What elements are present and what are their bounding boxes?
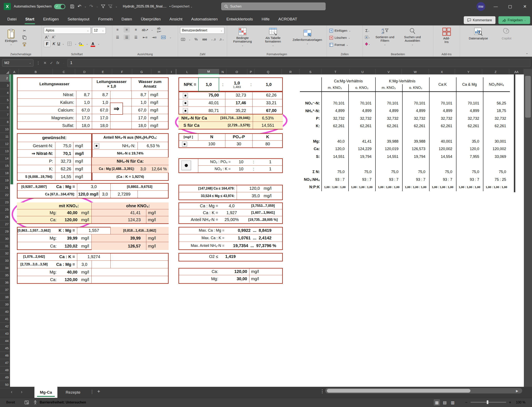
cell[interactable]: 10: [233, 158, 250, 165]
comments-button[interactable]: Kommentare: [464, 16, 495, 24]
cell[interactable]: K: [252, 133, 283, 141]
value-cell[interactable]: 75,0: [322, 168, 348, 176]
page-layout-view-icon[interactable]: ▤: [442, 399, 448, 406]
value-cell[interactable]: 70,101: [402, 100, 429, 107]
row-header-33[interactable]: 33: [0, 257, 10, 264]
cell[interactable]: Gesamt-N:: [17, 142, 55, 150]
value-cell[interactable]: 75,0: [456, 168, 483, 176]
value-cell[interactable]: 93 : 7: [429, 176, 456, 183]
cell[interactable]: mg/l: [149, 99, 169, 106]
row-header-8[interactable]: 8: [0, 118, 10, 125]
chevron-down-icon[interactable]: ⌄: [84, 5, 86, 8]
cell[interactable]: mg/l: [80, 242, 92, 250]
value-cell[interactable]: 32,732: [375, 115, 402, 122]
orientation-icon[interactable]: ab↗: [142, 27, 148, 32]
accessibility-icon[interactable]: [33, 398, 37, 407]
cell[interactable]: 75,0: [55, 142, 73, 150]
prev-sheet-icon[interactable]: ‹: [11, 389, 12, 395]
close-button[interactable]: ✕: [519, 0, 531, 13]
cell[interactable]: PO₄-P: [226, 133, 252, 141]
value-cell[interactable]: 1,00 : 1,00 : 1,00: [483, 183, 510, 191]
cell[interactable]: Ca : Mg =: [178, 203, 220, 209]
row-header-19[interactable]: 19: [0, 177, 10, 184]
font-name-select[interactable]: Aptos⌄: [44, 27, 91, 34]
cell[interactable]: NH₄-N für Ca:: [92, 157, 169, 165]
customize-qat-icon[interactable]: ⌄: [115, 5, 117, 8]
cell[interactable]: mg/l: [250, 268, 283, 275]
format-as-table-button[interactable]: Als Tabelle formatieren⌄: [260, 27, 286, 47]
zoom-out-button[interactable]: −: [465, 398, 468, 407]
delete-cells-button[interactable]: Löschen⌄: [327, 34, 363, 41]
excel-logo-icon[interactable]: X: [4, 3, 11, 10]
cell[interactable]: [178, 107, 198, 114]
cell[interactable]: mg/l: [262, 185, 283, 192]
cell[interactable]: Mg:: [17, 234, 59, 242]
row-header-25[interactable]: 25: [0, 206, 10, 213]
value-cell[interactable]: 1,00 : 1,00 : 1,00: [429, 183, 456, 191]
value-cell[interactable]: 1,00 : 1,00 : 1,00: [402, 183, 429, 191]
cell[interactable]: mg/l: [80, 268, 92, 276]
radio-button[interactable]: [183, 93, 188, 98]
cell[interactable]: 17,46: [226, 99, 252, 107]
value-cell[interactable]: 70,101: [429, 100, 456, 107]
row-header-46[interactable]: 46: [0, 352, 10, 359]
column-header-T[interactable]: T: [322, 69, 350, 74]
value-cell[interactable]: 1,00 : 1,00 : 1,00: [322, 183, 348, 191]
column-header-Q[interactable]: Q: [255, 69, 282, 74]
value-cell[interactable]: 1,00 : 1,00 : 1,00: [456, 183, 483, 191]
zoom-slider[interactable]: [471, 402, 506, 402]
cell[interactable]: Leitungswasser × 1,0: [92, 77, 131, 91]
horizontal-scrollbar-thumb[interactable]: [327, 389, 470, 393]
row-header-23[interactable]: 23: [0, 198, 10, 206]
cell[interactable]: ohne KNO₃:: [92, 203, 169, 209]
row-header-29[interactable]: 29: [0, 228, 10, 235]
value-cell[interactable]: 39,988: [402, 138, 429, 145]
accounting-format-icon[interactable]: [180, 37, 186, 42]
value-cell[interactable]: 120,002: [483, 145, 510, 153]
value-cell[interactable]: 14,551: [375, 153, 402, 160]
cell[interactable]: 1,0: [255, 77, 283, 92]
borders-icon[interactable]: [66, 41, 73, 47]
decrease-font-icon[interactable]: Aˇ: [50, 35, 57, 40]
value-cell[interactable]: 40,0: [322, 138, 348, 145]
column-header-W[interactable]: W: [402, 69, 429, 74]
align-center-icon[interactable]: ☰: [124, 35, 130, 40]
row-header-13[interactable]: 13: [0, 147, 10, 155]
insert-cells-button[interactable]: Einfügen⌄: [327, 27, 363, 34]
cell[interactable]: 1,0: [92, 99, 110, 106]
sort-filter-button[interactable]: AZ Sortieren und Filtern⌄: [371, 27, 398, 47]
column-header-Y[interactable]: Y: [455, 69, 482, 74]
maximize-button[interactable]: ▢: [504, 0, 516, 13]
zoom-level[interactable]: 100 %: [516, 398, 525, 407]
value-cell[interactable]: 75,0: [402, 168, 429, 176]
value-cell[interactable]: 70,101: [456, 100, 483, 107]
value-cell[interactable]: 14,554: [429, 153, 456, 160]
value-cell[interactable]: 32,732: [483, 115, 510, 122]
value-cell[interactable]: 70,101: [348, 100, 375, 107]
autosum-icon[interactable]: Σ ⌄: [364, 28, 371, 33]
value-cell[interactable]: 62,261: [429, 122, 456, 130]
cell[interactable]: mg/l: [250, 275, 283, 282]
cell[interactable]: 30: [226, 141, 252, 147]
column-header-S[interactable]: S: [299, 69, 322, 74]
value-cell[interactable]: 120,019: [375, 145, 402, 153]
cell[interactable]: Magnesium:: [17, 114, 76, 122]
row-header-12[interactable]: 12: [0, 140, 10, 147]
cell[interactable]: S [6,008...19,794]:: [17, 173, 55, 180]
cell[interactable]: Mg:: [178, 275, 220, 282]
cell[interactable]: 30,00: [220, 275, 250, 282]
row-header-42[interactable]: 42: [0, 322, 10, 330]
search-input[interactable]: Suchen: [221, 2, 326, 10]
cell[interactable]: mg/l: [149, 122, 169, 129]
cell[interactable]: 14,55: [55, 173, 73, 180]
cell[interactable]: 39,99: [59, 234, 80, 242]
cell[interactable]: 4,0: [220, 203, 243, 209]
value-cell[interactable]: 56,25: [483, 100, 510, 107]
row-header-41[interactable]: 41: [0, 315, 10, 322]
cell[interactable]: 120,00: [59, 216, 80, 223]
cell[interactable]: NO₃ : PO₄ =: [198, 158, 233, 165]
value-cell[interactable]: 62,261: [402, 122, 429, 130]
cell[interactable]: NH₄-N für Ca: [178, 114, 221, 122]
cell[interactable]: 8,7: [132, 91, 149, 99]
cell[interactable]: 80: [252, 141, 283, 147]
